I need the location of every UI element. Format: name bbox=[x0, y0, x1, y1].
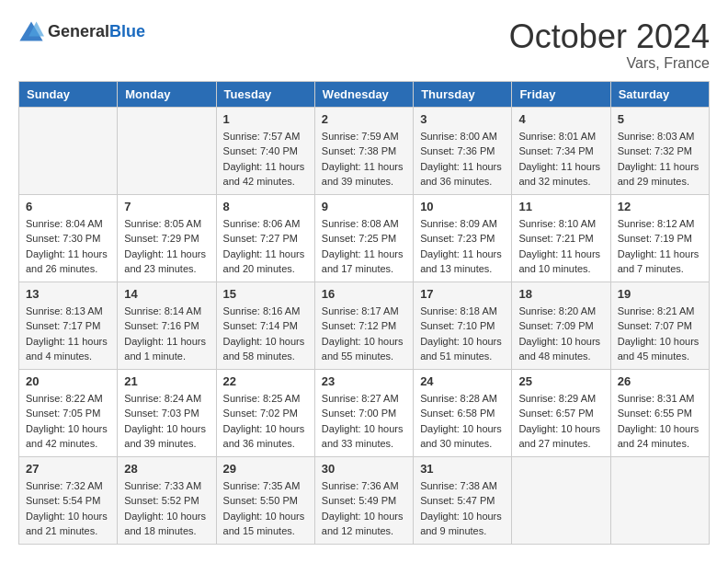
day-number: 17 bbox=[420, 287, 505, 301]
calendar-cell: 29 Sunrise: 7:35 AMSunset: 5:50 PMDaylig… bbox=[216, 456, 314, 544]
day-number: 23 bbox=[322, 374, 406, 388]
calendar-cell bbox=[512, 456, 610, 544]
day-info: Sunrise: 8:09 AMSunset: 7:23 PMDaylight:… bbox=[420, 216, 505, 277]
day-number: 7 bbox=[124, 200, 209, 213]
day-info: Sunrise: 8:10 AMSunset: 7:21 PMDaylight:… bbox=[518, 216, 603, 277]
day-info: Sunrise: 7:59 AMSunset: 7:38 PMDaylight:… bbox=[322, 129, 406, 190]
weekday-header-row: SundayMondayTuesdayWednesdayThursdayFrid… bbox=[19, 81, 710, 107]
weekday-header: Sunday bbox=[19, 81, 118, 107]
day-info: Sunrise: 8:17 AMSunset: 7:12 PMDaylight:… bbox=[322, 304, 406, 364]
day-number: 3 bbox=[420, 112, 505, 126]
day-info: Sunrise: 8:16 AMSunset: 7:14 PMDaylight:… bbox=[223, 304, 308, 364]
day-number: 1 bbox=[223, 112, 308, 126]
calendar-cell: 12 Sunrise: 8:12 AMSunset: 7:19 PMDaylig… bbox=[610, 194, 709, 282]
calendar-cell: 25 Sunrise: 8:29 AMSunset: 6:57 PMDaylig… bbox=[512, 369, 610, 456]
page-header: GeneralBlue October 2024 Vars, France bbox=[18, 18, 710, 72]
day-number: 21 bbox=[124, 374, 209, 388]
calendar-cell: 30 Sunrise: 7:36 AMSunset: 5:49 PMDaylig… bbox=[314, 456, 413, 544]
calendar-cell: 8 Sunrise: 8:06 AMSunset: 7:27 PMDayligh… bbox=[216, 194, 314, 282]
calendar-cell: 5 Sunrise: 8:03 AMSunset: 7:32 PMDayligh… bbox=[610, 107, 709, 194]
day-number: 16 bbox=[322, 287, 406, 301]
day-info: Sunrise: 7:35 AMSunset: 5:50 PMDaylight:… bbox=[223, 478, 308, 539]
day-info: Sunrise: 8:04 AMSunset: 7:30 PMDaylight:… bbox=[26, 216, 110, 277]
calendar-cell: 20 Sunrise: 8:22 AMSunset: 7:05 PMDaylig… bbox=[19, 369, 118, 456]
day-number: 13 bbox=[26, 287, 110, 301]
day-info: Sunrise: 8:20 AMSunset: 7:09 PMDaylight:… bbox=[518, 304, 603, 364]
day-number: 4 bbox=[518, 112, 603, 126]
calendar-cell: 18 Sunrise: 8:20 AMSunset: 7:09 PMDaylig… bbox=[512, 282, 610, 369]
month-title: October 2024 bbox=[509, 18, 710, 55]
day-info: Sunrise: 7:57 AMSunset: 7:40 PMDaylight:… bbox=[223, 129, 308, 190]
calendar-cell: 1 Sunrise: 7:57 AMSunset: 7:40 PMDayligh… bbox=[216, 107, 314, 194]
calendar-cell bbox=[19, 107, 118, 194]
day-info: Sunrise: 8:13 AMSunset: 7:17 PMDaylight:… bbox=[26, 304, 110, 364]
location: Vars, France bbox=[509, 55, 710, 72]
day-number: 27 bbox=[26, 462, 110, 476]
day-number: 20 bbox=[26, 374, 110, 388]
calendar-week-row: 1 Sunrise: 7:57 AMSunset: 7:40 PMDayligh… bbox=[19, 107, 710, 194]
calendar-cell: 4 Sunrise: 8:01 AMSunset: 7:34 PMDayligh… bbox=[512, 107, 610, 194]
day-info: Sunrise: 8:27 AMSunset: 7:00 PMDaylight:… bbox=[322, 391, 406, 452]
calendar-week-row: 27 Sunrise: 7:32 AMSunset: 5:54 PMDaylig… bbox=[19, 456, 710, 544]
calendar-cell: 9 Sunrise: 8:08 AMSunset: 7:25 PMDayligh… bbox=[314, 194, 413, 282]
day-number: 26 bbox=[618, 374, 702, 388]
calendar-cell: 13 Sunrise: 8:13 AMSunset: 7:17 PMDaylig… bbox=[19, 282, 118, 369]
day-number: 24 bbox=[420, 374, 505, 388]
calendar-cell: 22 Sunrise: 8:25 AMSunset: 7:02 PMDaylig… bbox=[216, 369, 314, 456]
day-info: Sunrise: 8:08 AMSunset: 7:25 PMDaylight:… bbox=[322, 216, 406, 277]
calendar-cell: 7 Sunrise: 8:05 AMSunset: 7:29 PMDayligh… bbox=[118, 194, 216, 282]
day-number: 12 bbox=[618, 200, 702, 213]
weekday-header: Monday bbox=[118, 81, 216, 107]
weekday-header: Tuesday bbox=[216, 81, 314, 107]
calendar-week-row: 20 Sunrise: 8:22 AMSunset: 7:05 PMDaylig… bbox=[19, 369, 710, 456]
weekday-header: Wednesday bbox=[314, 81, 413, 107]
day-number: 8 bbox=[223, 200, 308, 213]
day-info: Sunrise: 7:36 AMSunset: 5:49 PMDaylight:… bbox=[322, 478, 406, 539]
day-info: Sunrise: 8:14 AMSunset: 7:16 PMDaylight:… bbox=[124, 304, 209, 364]
calendar-cell bbox=[610, 456, 709, 544]
day-number: 31 bbox=[420, 462, 505, 476]
logo: GeneralBlue bbox=[18, 18, 145, 44]
day-number: 25 bbox=[518, 374, 603, 388]
day-info: Sunrise: 8:00 AMSunset: 7:36 PMDaylight:… bbox=[420, 129, 505, 190]
calendar-week-row: 13 Sunrise: 8:13 AMSunset: 7:17 PMDaylig… bbox=[19, 282, 710, 369]
day-number: 10 bbox=[420, 200, 505, 213]
logo-text: GeneralBlue bbox=[48, 22, 145, 41]
calendar-cell: 14 Sunrise: 8:14 AMSunset: 7:16 PMDaylig… bbox=[118, 282, 216, 369]
day-info: Sunrise: 8:31 AMSunset: 6:55 PMDaylight:… bbox=[618, 391, 702, 452]
day-info: Sunrise: 8:01 AMSunset: 7:34 PMDaylight:… bbox=[518, 129, 603, 190]
day-number: 29 bbox=[223, 462, 308, 476]
day-number: 18 bbox=[518, 287, 603, 301]
day-info: Sunrise: 8:24 AMSunset: 7:03 PMDaylight:… bbox=[124, 391, 209, 452]
calendar-cell: 3 Sunrise: 8:00 AMSunset: 7:36 PMDayligh… bbox=[414, 107, 512, 194]
calendar-cell bbox=[118, 107, 216, 194]
weekday-header: Thursday bbox=[414, 81, 512, 107]
day-number: 9 bbox=[322, 200, 406, 213]
day-number: 22 bbox=[223, 374, 308, 388]
title-block: October 2024 Vars, France bbox=[509, 18, 710, 72]
calendar-cell: 31 Sunrise: 7:38 AMSunset: 5:47 PMDaylig… bbox=[414, 456, 512, 544]
calendar-cell: 2 Sunrise: 7:59 AMSunset: 7:38 PMDayligh… bbox=[314, 107, 413, 194]
day-number: 15 bbox=[223, 287, 308, 301]
calendar-cell: 21 Sunrise: 8:24 AMSunset: 7:03 PMDaylig… bbox=[118, 369, 216, 456]
day-info: Sunrise: 7:38 AMSunset: 5:47 PMDaylight:… bbox=[420, 478, 505, 539]
logo-general: General bbox=[48, 22, 109, 40]
calendar-cell: 27 Sunrise: 7:32 AMSunset: 5:54 PMDaylig… bbox=[19, 456, 118, 544]
day-number: 28 bbox=[124, 462, 209, 476]
calendar-week-row: 6 Sunrise: 8:04 AMSunset: 7:30 PMDayligh… bbox=[19, 194, 710, 282]
day-number: 6 bbox=[26, 200, 110, 213]
day-info: Sunrise: 8:25 AMSunset: 7:02 PMDaylight:… bbox=[223, 391, 308, 452]
calendar-cell: 15 Sunrise: 8:16 AMSunset: 7:14 PMDaylig… bbox=[216, 282, 314, 369]
day-number: 14 bbox=[124, 287, 209, 301]
day-info: Sunrise: 8:28 AMSunset: 6:58 PMDaylight:… bbox=[420, 391, 505, 452]
logo-icon bbox=[18, 18, 44, 44]
calendar-cell: 24 Sunrise: 8:28 AMSunset: 6:58 PMDaylig… bbox=[414, 369, 512, 456]
calendar-cell: 10 Sunrise: 8:09 AMSunset: 7:23 PMDaylig… bbox=[414, 194, 512, 282]
day-info: Sunrise: 7:33 AMSunset: 5:52 PMDaylight:… bbox=[124, 478, 209, 539]
calendar-table: SundayMondayTuesdayWednesdayThursdayFrid… bbox=[18, 81, 710, 545]
day-info: Sunrise: 8:06 AMSunset: 7:27 PMDaylight:… bbox=[223, 216, 308, 277]
day-info: Sunrise: 8:05 AMSunset: 7:29 PMDaylight:… bbox=[124, 216, 209, 277]
weekday-header: Saturday bbox=[610, 81, 709, 107]
day-number: 30 bbox=[322, 462, 406, 476]
day-number: 2 bbox=[322, 112, 406, 126]
